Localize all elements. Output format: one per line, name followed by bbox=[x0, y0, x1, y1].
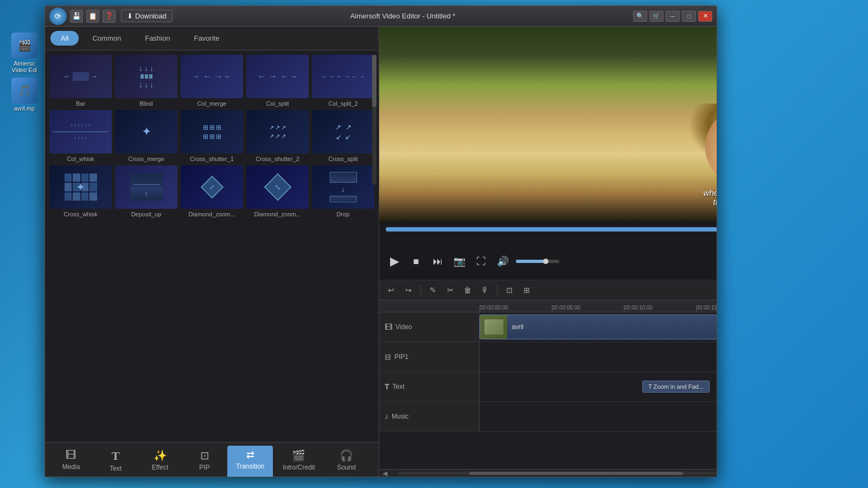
effect-diamond-zoom1-thumb: ⤢ bbox=[181, 165, 243, 209]
ruler-mark-2: 00:00:10:00 bbox=[624, 305, 696, 311]
effect-col-whisk[interactable]: ↑↑ ↑↑ ↑↑ ↑↑ ↑↑ Col_w bbox=[49, 110, 112, 162]
effects-grid-container: ← → Bar ↓↓↓ bbox=[45, 50, 379, 442]
stop-button[interactable]: ■ bbox=[407, 253, 425, 270]
fullscreen-button[interactable]: ⛶ bbox=[473, 253, 490, 270]
tab-pip[interactable]: ⊡ PIP bbox=[183, 446, 226, 477]
left-panel: All Common Fashion Favorite ← bbox=[45, 27, 379, 477]
play-button[interactable]: ▶ bbox=[386, 253, 403, 270]
video-clip-main[interactable]: avril bbox=[480, 314, 717, 339]
effect-bar[interactable]: ← → Bar bbox=[49, 55, 112, 107]
edit-button[interactable]: ✎ bbox=[425, 282, 441, 298]
effect-cross-split-label: Cross_split bbox=[328, 156, 358, 162]
effect-cross-whisk[interactable]: ✦ Cross_whisk bbox=[49, 165, 112, 217]
track-content-music[interactable] bbox=[480, 402, 717, 431]
track-label-pip1: ⊟ PIP1 bbox=[379, 342, 480, 371]
record-button[interactable]: 🎙 bbox=[477, 282, 493, 298]
track-content-pip1[interactable] bbox=[480, 342, 717, 371]
maximize-button[interactable]: □ bbox=[682, 11, 696, 22]
text-track-label: Text bbox=[393, 383, 405, 390]
track-row-video: 🎞 Video avril bbox=[379, 312, 717, 342]
text-track-icon: T bbox=[385, 382, 390, 391]
effects-scrollbar[interactable] bbox=[372, 55, 376, 185]
effect-deposit-up-label: Deposit_up bbox=[131, 211, 162, 217]
tab-transition[interactable]: ⇄ Transition bbox=[227, 446, 273, 477]
download-button[interactable]: ⬇ Download bbox=[121, 10, 173, 22]
volume-slider[interactable] bbox=[516, 260, 559, 263]
toolbar-sep-1 bbox=[420, 285, 421, 296]
effect-col-split[interactable]: ← → ← → Col_split bbox=[246, 55, 309, 107]
history-button[interactable]: 📋 bbox=[86, 10, 99, 23]
app-window: ⟳ 💾 📋 ❓ ⬇ Download Aimersoft Video Edito… bbox=[44, 5, 717, 477]
effect-cross-shutter1-thumb: ⊞ ⊞ ⊞ ⊞ ⊞ ⊞ bbox=[181, 110, 243, 153]
tab-sound-label: Sound bbox=[337, 464, 356, 471]
effect-col-merge[interactable]: → ← → ← Col_merge bbox=[181, 55, 243, 107]
tab-effect-label: Effect bbox=[152, 464, 168, 471]
progress-bar[interactable] bbox=[386, 227, 717, 232]
effect-col-split2-label: Col_split_2 bbox=[328, 100, 358, 107]
playback-controls: ▶ ■ ⏭ 📷 ⛶ 🔊 ⟳ Create bbox=[379, 243, 717, 280]
track-row-text: T Text T Zoom in and Fad... bbox=[379, 372, 717, 402]
effect-cross-shutter2-label: Cross_shutter_2 bbox=[256, 156, 299, 162]
cart-button[interactable]: 🛒 bbox=[649, 11, 663, 22]
aimersoft-label: Aimersc Video Edi bbox=[5, 60, 43, 73]
detach-button[interactable]: ⊡ bbox=[502, 282, 517, 298]
effect-cross-merge[interactable]: ✦ Cross_merge bbox=[115, 110, 177, 162]
undo-button[interactable]: ↩ bbox=[384, 282, 399, 298]
desktop-icon-aimersoft[interactable]: 🎬 Aimersc Video Edi bbox=[5, 33, 43, 73]
tab-text[interactable]: T Text bbox=[94, 446, 137, 477]
search-button[interactable]: 🔍 bbox=[633, 11, 647, 22]
close-button[interactable]: ✕ bbox=[698, 11, 712, 22]
scroll-track[interactable] bbox=[398, 472, 717, 475]
right-panel: when you walk away I count the steps tha… bbox=[379, 27, 717, 477]
subtitle-line1: when you walk away I count bbox=[704, 188, 717, 197]
tab-favorite[interactable]: Favorite bbox=[183, 31, 229, 46]
tab-effect[interactable]: ✨ Effect bbox=[138, 446, 182, 477]
tab-intro[interactable]: 🎬 Intro/Credit bbox=[274, 446, 323, 477]
effect-col-whisk-label: Col_whisk bbox=[67, 156, 94, 162]
redo-button[interactable]: ↪ bbox=[401, 282, 416, 298]
delete-button[interactable]: 🗑 bbox=[460, 282, 475, 298]
effect-drop[interactable]: ↓ Drop bbox=[312, 165, 374, 217]
volume-button[interactable]: 🔊 bbox=[494, 253, 512, 270]
tab-fashion[interactable]: Fashion bbox=[135, 31, 180, 46]
effect-diamond-zoom2[interactable]: ⤡ Diamond_zoom... bbox=[246, 165, 309, 217]
help-button[interactable]: ❓ bbox=[103, 10, 116, 23]
subtitle-line2: the steps that you take bbox=[704, 197, 717, 207]
tab-media[interactable]: 🎞 Media bbox=[49, 446, 93, 477]
window-controls: 🔍 🛒 ─ □ ✕ bbox=[633, 11, 712, 22]
effect-blind[interactable]: ↓↓↓ ↓↓↓ Blind bbox=[115, 55, 177, 107]
save-button[interactable]: 💾 bbox=[70, 10, 83, 23]
time-display: 00:00:28 / 00:00:30 bbox=[386, 233, 717, 241]
minimize-button[interactable]: ─ bbox=[666, 11, 680, 22]
timeline-area: ↩ ↪ ✎ ✂ 🗑 🎙 ⊡ ⊞ ◦ bbox=[379, 280, 717, 477]
transition-icon: ⇄ bbox=[246, 449, 254, 461]
main-content: All Common Fashion Favorite ← bbox=[45, 27, 717, 477]
step-button[interactable]: ⏭ bbox=[429, 253, 446, 270]
tab-all[interactable]: All bbox=[50, 31, 79, 46]
effect-blind-label: Blind bbox=[139, 100, 152, 107]
track-row-pip1: ⊟ PIP1 bbox=[379, 342, 717, 372]
ruler-marks: 00:00:00:00 00:00:05:00 00:00:10:00 00:0… bbox=[480, 305, 717, 311]
effect-cross-split[interactable]: ↗ ↗ ↙ ↙ Cross_spl bbox=[312, 110, 374, 162]
cut-button[interactable]: ✂ bbox=[443, 282, 458, 298]
effect-cross-shutter1[interactable]: ⊞ ⊞ ⊞ ⊞ ⊞ ⊞ Cross_s bbox=[181, 110, 243, 162]
scroll-thumb[interactable] bbox=[469, 472, 683, 475]
progress-fill bbox=[386, 227, 717, 232]
effect-cross-shutter2[interactable]: ↗ ↗ ↗ ↗ ↗ ↗ Cross_s bbox=[246, 110, 309, 162]
effect-col-split2[interactable]: ← → ← → ← → Col_split_2 bbox=[312, 55, 374, 107]
effect-cross-whisk-thumb: ✦ bbox=[49, 165, 112, 209]
tab-common[interactable]: Common bbox=[82, 31, 131, 46]
snapshot-button[interactable]: 📷 bbox=[451, 253, 468, 270]
track-content-video[interactable]: avril bbox=[480, 312, 717, 342]
avril-label: avril.mp bbox=[14, 105, 35, 112]
effect-diamond-zoom1[interactable]: ⤢ Diamond_zoom... bbox=[181, 165, 243, 217]
desktop-icon-avril[interactable]: 🎵 avril.mp bbox=[5, 78, 43, 112]
mosaic-button[interactable]: ⊞ bbox=[519, 282, 534, 298]
effect-diamond-zoom2-label: Diamond_zoom... bbox=[254, 211, 301, 217]
effects-grid: ← → Bar ↓↓↓ bbox=[49, 55, 374, 217]
scroll-left-arrow[interactable]: ◀ bbox=[382, 470, 387, 477]
volume-handle[interactable] bbox=[543, 259, 548, 264]
tab-sound[interactable]: 🎧 Sound bbox=[325, 446, 368, 477]
effect-deposit-up[interactable]: ↑ Deposit_up bbox=[115, 165, 177, 217]
track-content-text[interactable]: T Zoom in and Fad... bbox=[480, 372, 717, 401]
